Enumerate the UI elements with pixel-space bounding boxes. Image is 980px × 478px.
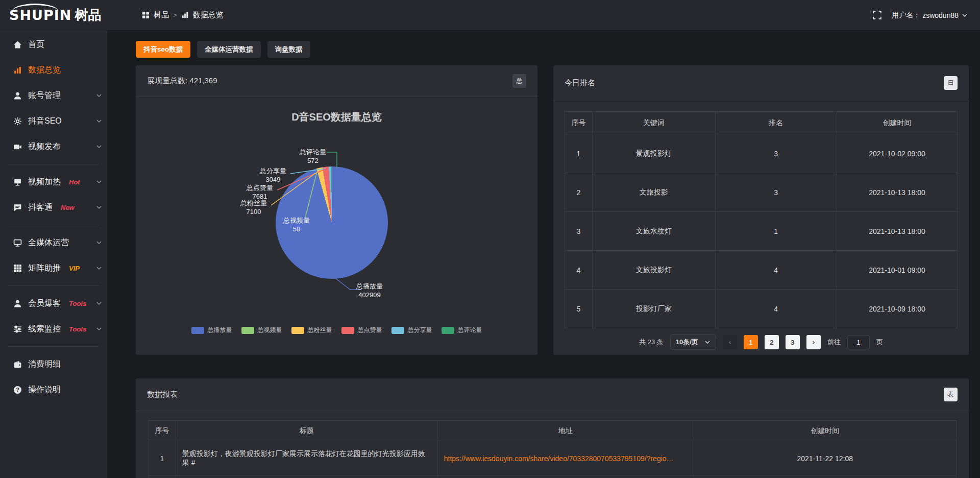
ranking-panel: 今日排名 日 序号 关键词 排名 创建时间 1 景观投影灯 3 [553, 65, 969, 355]
chart-legend: 总播放量 总视频量 总粉丝量 总点赞量 总分享量 总评论量 [136, 326, 537, 334]
chevron-down-icon [96, 144, 102, 150]
tab-douyin-seo-data[interactable]: 抖音seo数据 [136, 41, 190, 58]
pie-label-likes: 总点赞量 7681 [235, 183, 284, 201]
goto-page-input[interactable] [847, 335, 870, 349]
cell-url-link[interactable]: https://www.iesdouyin.com/share/video/70… [437, 441, 694, 476]
pie-label-name: 总点赞量 [247, 183, 273, 192]
pie-label-value: 402909 [358, 291, 380, 299]
sidebar-item-label: 视频发布 [28, 141, 61, 152]
cell-created: 2021-10-09 18:00 [837, 290, 957, 328]
tools-badge: Tools [69, 325, 86, 333]
legend-item-videos[interactable]: 总视频量 [241, 326, 282, 334]
legend-item-likes[interactable]: 总点赞量 [341, 326, 382, 334]
cell-no: 2 [565, 173, 593, 212]
legend-item-fans[interactable]: 总粉丝量 [291, 326, 332, 334]
chevron-down-icon [96, 265, 102, 271]
cell-created [694, 476, 957, 478]
breadcrumb: 树品 > 数据总览 [142, 0, 224, 30]
sidebar-item-instructions[interactable]: ? 操作说明 [0, 377, 107, 402]
cell-created: 2021-10-13 18:00 [837, 173, 957, 212]
pie-label-shares: 总分享量 3049 [249, 166, 298, 184]
ranking-body: 序号 关键词 排名 创建时间 1 景观投影灯 3 2021-10-02 09:0… [553, 101, 969, 350]
cell-no: 3 [565, 212, 593, 251]
report-panel: 数据报表 表 序号 标题 地址 创建时间 1 景观投影灯，夜游景观投影灯厂家展示… [136, 378, 969, 478]
page-button-2[interactable]: 2 [765, 335, 779, 349]
cell-no: 5 [565, 290, 593, 328]
day-badge[interactable]: 日 [944, 76, 958, 90]
cell-keyword: 投影灯厂家 [592, 290, 715, 328]
chevron-down-icon [704, 339, 710, 345]
sidebar-divider [8, 164, 99, 164]
page-button-1[interactable]: 1 [744, 335, 758, 349]
cell-keyword: 文旅水纹灯 [592, 212, 715, 251]
sidebar-item-label: 抖客通 [28, 202, 53, 213]
next-page-button[interactable]: › [806, 335, 821, 349]
report-table: 序号 标题 地址 创建时间 1 景观投影灯，夜游景观投影灯厂家展示展示落花灯在花… [148, 420, 957, 478]
table-row: 2 文旅投影 3 2021-10-13 18:00 [565, 173, 958, 212]
pie-label-videos: 总视频量 58 [272, 216, 321, 233]
ranking-title: 今日排名 [565, 78, 595, 88]
cell-rank: 3 [715, 173, 837, 212]
sidebar-item-home[interactable]: 首页 [0, 32, 107, 57]
pie-label-value: 58 [293, 225, 300, 233]
prev-page-button[interactable]: ‹ [723, 335, 737, 349]
pie-label-name: 总视频量 [283, 216, 310, 225]
cell-rank: 1 [715, 212, 837, 251]
tab-inquiry-data[interactable]: 询盘数据 [267, 41, 310, 58]
goto-suffix: 页 [876, 338, 883, 347]
sidebar-item-douyin-seo[interactable]: 抖音SEO [0, 108, 107, 134]
sidebar-item-label: 抖音SEO [28, 116, 62, 127]
sidebar-item-clue-monitor[interactable]: 线索监控 Tools [0, 316, 107, 342]
ranking-panel-header: 今日排名 日 [553, 65, 969, 101]
chevron-down-icon [962, 12, 968, 18]
page-button-3[interactable]: 3 [786, 335, 800, 349]
page-size-select[interactable]: 10条/页 [670, 334, 716, 350]
overview-panel-header: 展现量总数: 421,369 总 [136, 65, 537, 97]
table-row: 4 文旅投影灯 4 2021-10-01 09:00 [565, 251, 958, 290]
bar-chart-icon [13, 66, 22, 75]
sidebar-item-video-heat[interactable]: 视频加热 Hot [0, 169, 107, 195]
sidebar-item-douketong[interactable]: 抖客通 New [0, 195, 107, 220]
tab-media-ops-data[interactable]: 全媒体运营数据 [197, 41, 261, 58]
sidebar-item-label: 消费明细 [28, 359, 61, 370]
bar-chart-icon [181, 11, 189, 19]
legend-item-shares[interactable]: 总分享量 [391, 326, 432, 334]
table-badge[interactable]: 表 [944, 388, 958, 401]
fullscreen-icon[interactable] [873, 11, 881, 19]
pie-chart-area: D音SEO数据量总览 总评论量 572 总分享量 3049 总点赞量 7681 [136, 97, 537, 355]
person-icon [13, 299, 22, 308]
top-bar: SHUPIN 树品 树品 > 数据总览 用户名： zswodun88 [0, 0, 980, 30]
sidebar-item-label: 视频加热 [28, 177, 61, 187]
sidebar-item-matrix-boost[interactable]: 矩阵助推 VIP [0, 255, 107, 281]
sidebar-item-media-ops[interactable]: 全媒体运营 [0, 230, 107, 255]
ranking-table: 序号 关键词 排名 创建时间 1 景观投影灯 3 2021-10-02 09:0… [565, 111, 958, 328]
app-screen: SHUPIN 树品 树品 > 数据总览 用户名： zswodun88 [0, 0, 980, 478]
wallet-icon [13, 360, 22, 369]
table-row: 1 景观投影灯 3 2021-10-02 09:00 [565, 134, 958, 173]
column-header-rank: 排名 [715, 112, 837, 134]
sidebar-item-member-burst[interactable]: 会员爆客 Tools [0, 291, 107, 316]
sidebar-item-label: 首页 [28, 39, 44, 50]
column-header-url: 地址 [437, 421, 694, 441]
legend-swatch [291, 327, 304, 334]
sidebar-item-account[interactable]: 账号管理 [0, 83, 107, 108]
username-label: 用户名： [892, 11, 920, 20]
pagination-total: 共 23 条 [639, 338, 664, 347]
breadcrumb-root[interactable]: 树品 [154, 10, 169, 20]
cell-no: 1 [149, 441, 176, 476]
legend-item-plays[interactable]: 总播放量 [191, 326, 232, 334]
column-header-created: 创建时间 [694, 421, 957, 441]
cell-no: 4 [565, 251, 593, 290]
sidebar-item-data-overview[interactable]: 数据总览 [0, 57, 107, 83]
sidebar-item-video-publish[interactable]: 视频发布 [0, 134, 107, 159]
topbar-right: 用户名： zswodun88 [873, 0, 968, 30]
sidebar-item-consumption-detail[interactable]: 消费明细 [0, 351, 107, 377]
chevron-down-icon [96, 92, 102, 99]
legend-item-comments[interactable]: 总评论量 [442, 326, 482, 334]
report-body: 序号 标题 地址 创建时间 1 景观投影灯，夜游景观投影灯厂家展示展示落花灯在花… [136, 411, 969, 478]
table-row: 1 景观投影灯，夜游景观投影灯厂家展示展示落花灯在花园里的灯光投影应用效果 # … [149, 441, 957, 476]
goto-label: 前往 [827, 338, 841, 347]
user-menu[interactable]: 用户名： zswodun88 [892, 11, 968, 20]
cell-no: 1 [565, 134, 593, 173]
total-badge[interactable]: 总 [512, 74, 526, 88]
